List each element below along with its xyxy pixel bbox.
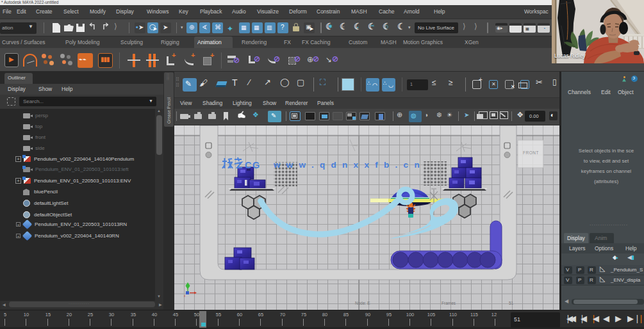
svg-text:Node: E: Node: E bbox=[355, 301, 370, 305]
svg-text:Frames: Frames bbox=[442, 301, 456, 305]
svg-text:www.qdnxxfb.cn: www.qdnxxfb.cn bbox=[273, 160, 425, 170]
svg-text:CG: CG bbox=[245, 160, 261, 170]
svg-text:FRONT: FRONT bbox=[523, 150, 539, 155]
svg-text:51: 51 bbox=[509, 301, 514, 305]
